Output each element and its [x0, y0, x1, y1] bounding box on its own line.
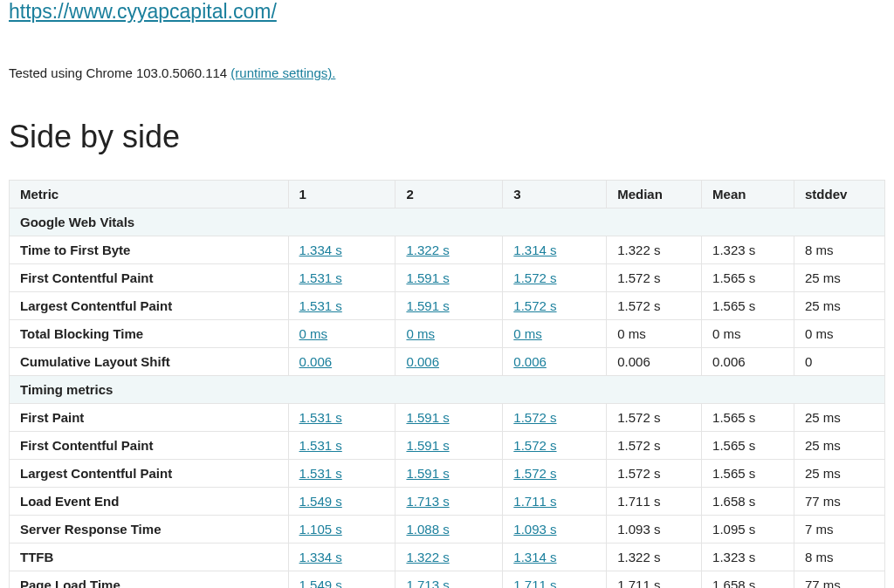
run-value-link[interactable]: 0 ms [299, 326, 328, 341]
stddev-value: 77 ms [794, 571, 885, 589]
run-value-link[interactable]: 1.322 s [406, 550, 449, 564]
mean-value: 1.323 s [702, 544, 794, 571]
run-value-link[interactable]: 1.088 s [406, 522, 449, 537]
run-value: 0.006 [288, 348, 395, 376]
run-value: 1.713 s [395, 571, 503, 589]
run-value: 1.531 s [288, 404, 395, 432]
table-row: TTFB1.334 s1.322 s1.314 s1.322 s1.323 s8… [10, 544, 885, 571]
median-value: 1.572 s [607, 460, 702, 488]
run-value: 0.006 [503, 348, 607, 376]
metric-name: First Contentful Paint [10, 432, 289, 460]
median-value: 1.322 s [607, 236, 702, 264]
run-value: 1.088 s [395, 516, 503, 544]
run-value: 1.711 s [503, 571, 607, 589]
table-header-row: Metric 1 2 3 Median Mean stddev [10, 181, 885, 209]
run-value: 1.334 s [288, 544, 395, 571]
run-value: 1.591 s [395, 404, 503, 432]
table-row: Largest Contentful Paint1.531 s1.591 s1.… [10, 460, 885, 488]
run-value-link[interactable]: 1.572 s [513, 466, 556, 481]
run-value-link[interactable]: 1.591 s [406, 270, 449, 285]
run-value-link[interactable]: 1.334 s [299, 243, 342, 257]
run-value-link[interactable]: 1.572 s [513, 270, 556, 285]
col-metric: Metric [10, 181, 289, 209]
median-value: 1.572 s [607, 404, 702, 432]
run-value-link[interactable]: 1.591 s [406, 298, 449, 313]
table-row: Largest Contentful Paint1.531 s1.591 s1.… [10, 292, 885, 320]
median-value: 1.711 s [607, 488, 702, 516]
run-value: 1.314 s [503, 236, 607, 264]
run-value: 1.572 s [503, 292, 607, 320]
run-value-link[interactable]: 0.006 [299, 354, 333, 369]
run-value-link[interactable]: 0 ms [513, 326, 542, 341]
metric-name: First Paint [10, 404, 289, 432]
tested-url-link[interactable]: https://www.cyyapcapital.com/ [9, 0, 277, 23]
median-value: 1.322 s [607, 544, 702, 571]
table-row: Cumulative Layout Shift0.0060.0060.0060.… [10, 348, 885, 376]
run-value-link[interactable]: 1.591 s [406, 438, 449, 453]
run-value-link[interactable]: 1.531 s [299, 410, 342, 425]
run-value-link[interactable]: 1.314 s [513, 550, 556, 564]
run-value: 1.322 s [395, 544, 503, 571]
metric-name: Largest Contentful Paint [10, 460, 289, 488]
metric-name: First Contentful Paint [10, 264, 289, 292]
stddev-value: 8 ms [794, 236, 885, 264]
col-run-3: 3 [503, 181, 607, 209]
run-value-link[interactable]: 1.549 s [299, 578, 342, 588]
median-value: 1.711 s [607, 571, 702, 589]
run-value-link[interactable]: 1.713 s [406, 494, 449, 509]
run-value-link[interactable]: 1.549 s [299, 494, 342, 509]
run-value-link[interactable]: 1.531 s [299, 298, 342, 313]
table-row: First Contentful Paint1.531 s1.591 s1.57… [10, 264, 885, 292]
median-value: 0.006 [607, 348, 702, 376]
run-value-link[interactable]: 1.531 s [299, 466, 342, 481]
run-value-link[interactable]: 1.093 s [513, 522, 556, 537]
run-value-link[interactable]: 1.531 s [299, 270, 342, 285]
run-value: 1.591 s [395, 292, 503, 320]
run-value-link[interactable]: 1.713 s [406, 578, 449, 588]
run-value-link[interactable]: 1.572 s [513, 410, 556, 425]
run-value: 1.093 s [503, 516, 607, 544]
run-value: 1.591 s [395, 264, 503, 292]
run-value: 0 ms [395, 320, 503, 348]
run-value-link[interactable]: 1.322 s [406, 243, 449, 257]
mean-value: 0 ms [702, 320, 794, 348]
run-value-link[interactable]: 1.572 s [513, 298, 556, 313]
run-value: 0 ms [503, 320, 607, 348]
section-row: Google Web Vitals [10, 209, 885, 236]
table-row: Total Blocking Time0 ms0 ms0 ms0 ms0 ms0… [10, 320, 885, 348]
section-title: Timing metrics [10, 376, 885, 404]
run-value-link[interactable]: 0.006 [513, 354, 547, 369]
run-value-link[interactable]: 0.006 [406, 354, 439, 369]
run-value-link[interactable]: 1.591 s [406, 410, 449, 425]
run-value-link[interactable]: 1.531 s [299, 438, 342, 453]
tested-line: Tested using Chrome 103.0.5060.114 (runt… [9, 65, 885, 80]
table-row: Load Event End1.549 s1.713 s1.711 s1.711… [10, 488, 885, 516]
run-value-link[interactable]: 0 ms [406, 326, 435, 341]
run-value-link[interactable]: 1.711 s [513, 578, 556, 588]
section-title: Google Web Vitals [10, 209, 885, 236]
mean-value: 1.323 s [702, 236, 794, 264]
run-value-link[interactable]: 1.591 s [406, 466, 449, 481]
col-mean: Mean [702, 181, 794, 209]
run-value-link[interactable]: 1.314 s [513, 243, 556, 257]
col-median: Median [607, 181, 702, 209]
run-value-link[interactable]: 1.105 s [299, 522, 342, 537]
run-value: 0.006 [395, 348, 503, 376]
mean-value: 0.006 [702, 348, 794, 376]
table-row: Page Load Time1.549 s1.713 s1.711 s1.711… [10, 571, 885, 589]
table-row: First Contentful Paint1.531 s1.591 s1.57… [10, 432, 885, 460]
run-value-link[interactable]: 1.334 s [299, 550, 342, 564]
run-value: 1.531 s [288, 292, 395, 320]
mean-value: 1.565 s [702, 404, 794, 432]
run-value: 1.105 s [288, 516, 395, 544]
stddev-value: 25 ms [794, 460, 885, 488]
run-value: 1.572 s [503, 460, 607, 488]
mean-value: 1.565 s [702, 264, 794, 292]
stddev-value: 25 ms [794, 432, 885, 460]
median-value: 1.572 s [607, 264, 702, 292]
run-value-link[interactable]: 1.572 s [513, 438, 556, 453]
metric-name: Load Event End [10, 488, 289, 516]
run-value-link[interactable]: 1.711 s [513, 494, 556, 509]
runtime-settings-link[interactable]: (runtime settings). [230, 65, 335, 80]
run-value: 1.711 s [503, 488, 607, 516]
